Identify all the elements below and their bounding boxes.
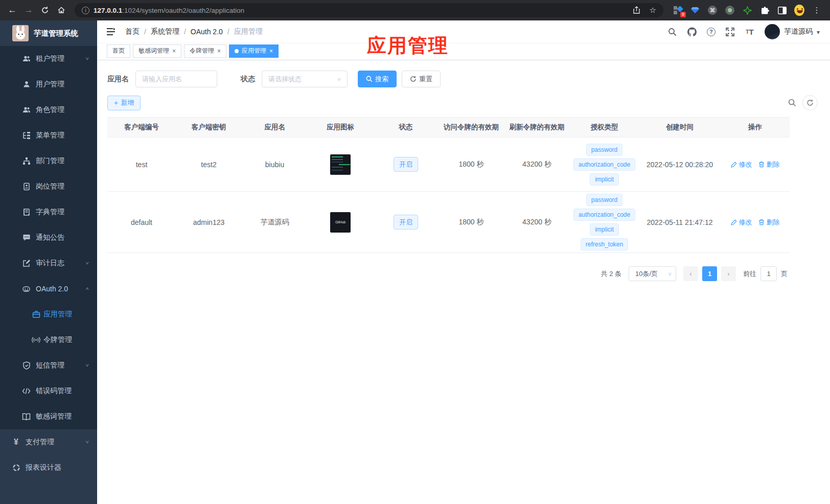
user-avatar (765, 24, 780, 39)
help-icon[interactable]: ? (707, 28, 716, 36)
extension-capture-icon[interactable]: 9 (673, 5, 683, 15)
browser-home-icon[interactable] (54, 3, 68, 17)
sidebar-item-menu-mgmt[interactable]: 菜单管理 (0, 123, 97, 148)
address-bar[interactable]: i 127.0.0.1:1024/system/oauth2/oauth2/ap… (75, 3, 663, 17)
users-icon (22, 55, 31, 63)
sidebar-item-sensitiveword[interactable]: 敏感词管理 (0, 404, 97, 429)
grant-tag: implicit (590, 223, 619, 236)
tab-application[interactable]: 应用管理× (229, 44, 279, 58)
next-page-button[interactable]: › (721, 266, 736, 281)
tab-home[interactable]: 首页 (107, 44, 130, 58)
fullscreen-icon[interactable] (726, 27, 735, 36)
sidebar-item-audit[interactable]: 审计日志 ˅ (0, 250, 97, 276)
goto-page-input[interactable] (760, 266, 777, 281)
sidebar-item-errorcode[interactable]: 错误码管理 (0, 378, 97, 404)
extension-recorder-icon[interactable] (725, 5, 735, 15)
table-header-row: 客户端编号 客户端密钥 应用名 应用图标 状态 访问令牌的有效期 刷新令牌的有效… (107, 117, 790, 138)
sidebar-item-report-designer[interactable]: 报表设计器 (0, 455, 97, 480)
url-text: 127.0.0.1:1024/system/oauth2/oauth2/appl… (94, 7, 244, 14)
header-search-icon[interactable] (668, 27, 677, 36)
chevron-down-icon: ˅ (86, 56, 89, 61)
app-icon-image: GitHub (330, 212, 351, 233)
goto-label: 前往 (743, 269, 756, 279)
grant-types: password authorization_code implicit ref… (570, 193, 639, 252)
grant-tag: password (586, 144, 622, 156)
app-name: biubiu (242, 161, 308, 169)
app-name-input[interactable] (135, 71, 217, 87)
sidebar-item-tenant[interactable]: 租户管理 ˅ (0, 46, 97, 72)
delete-link[interactable]: 删除 (758, 218, 780, 227)
extension-star-icon[interactable] (742, 5, 752, 15)
browser-forward-icon[interactable]: → (21, 3, 36, 17)
sidebar-item-oauth-application[interactable]: 应用管理 (0, 302, 97, 327)
browser-reload-icon[interactable] (38, 3, 52, 17)
page-number-button[interactable]: 1 (702, 266, 717, 281)
sidebar-item-oauth[interactable]: OAuth 2.0 ˄ (0, 276, 97, 302)
side-panel-icon[interactable] (777, 5, 787, 15)
status-tag[interactable]: 开启 (394, 215, 418, 230)
breadcrumb-system[interactable]: 系统管理 (151, 27, 179, 36)
yen-icon: ¥ (12, 438, 20, 447)
toggle-search-icon[interactable] (788, 99, 796, 107)
search-button[interactable]: 搜索 (358, 71, 397, 87)
tab-token[interactable]: 令牌管理× (184, 44, 226, 58)
trash-icon (758, 219, 765, 225)
browser-back-icon[interactable]: ← (5, 3, 19, 17)
client-secret: test2 (176, 161, 242, 169)
extension-command-icon[interactable]: ⌘ (707, 5, 718, 15)
breadcrumb-home[interactable]: 首页 (125, 27, 140, 36)
app-title: 芋道管理系统 (34, 29, 78, 38)
tag-tabs-bar: 首页 敏感词管理× 令牌管理× 应用管理× (97, 43, 830, 60)
close-icon[interactable]: × (269, 48, 273, 55)
refresh-table-button[interactable] (802, 95, 818, 110)
profile-avatar-icon[interactable] (794, 5, 804, 15)
sidebar-item-dept[interactable]: 部门管理 (0, 148, 97, 174)
dictionary-book-icon (22, 208, 31, 217)
chevron-down-icon: ˅ (86, 261, 89, 266)
sidebar-item-sms[interactable]: 短信管理 ˅ (0, 353, 97, 378)
prev-page-button[interactable]: ‹ (683, 266, 698, 281)
github-icon[interactable] (687, 27, 697, 36)
tab-sensitiveword[interactable]: 敏感词管理× (133, 44, 181, 58)
close-icon[interactable]: × (172, 48, 176, 55)
sidebar-item-role[interactable]: 角色管理 (0, 97, 97, 123)
share-icon[interactable] (633, 6, 640, 14)
reset-button[interactable]: 重置 (402, 71, 441, 87)
page-size-select[interactable]: 10条/页 ˅ (629, 266, 676, 281)
grant-tag: authorization_code (573, 158, 635, 171)
sidebar-item-dict[interactable]: 字典管理 (0, 199, 97, 225)
client-id: default (107, 218, 176, 226)
open-book-icon (22, 413, 31, 421)
access-token-ttl: 1800 秒 (439, 218, 504, 227)
status-tag[interactable]: 开启 (394, 157, 418, 172)
add-button[interactable]: + 新增 (107, 96, 141, 110)
status-label: 状态 (241, 75, 255, 84)
applications-table: 客户端编号 客户端密钥 应用名 应用图标 状态 访问令牌的有效期 刷新令牌的有效… (107, 117, 790, 253)
font-size-icon[interactable]: TT (745, 27, 754, 36)
sidebar-item-post[interactable]: 岗位管理 (0, 174, 97, 199)
message-bubble-icon (22, 234, 31, 242)
chrome-menu-icon[interactable]: ⋮ (812, 5, 822, 15)
bookmark-star-icon[interactable]: ☆ (650, 6, 656, 15)
breadcrumb-oauth[interactable]: OAuth 2.0 (191, 28, 223, 36)
delete-link[interactable]: 删除 (758, 160, 780, 169)
collapse-sidebar-icon[interactable] (106, 27, 116, 37)
sidebar-item-user[interactable]: 用户管理 (0, 72, 97, 97)
status-select[interactable]: 请选择状态 ˅ (262, 71, 348, 87)
sidebar-item-pay[interactable]: ¥ 支付管理 ˅ (0, 429, 97, 455)
edit-link[interactable]: 修改 (731, 218, 752, 227)
extensions-puzzle-icon[interactable] (759, 5, 770, 15)
tree-list-icon (22, 131, 31, 140)
chevron-down-icon: ˅ (668, 271, 672, 277)
extension-gem-icon[interactable] (690, 5, 700, 15)
edit-link[interactable]: 修改 (731, 160, 752, 169)
briefcase-icon (32, 310, 40, 319)
main-area: 应用管理 首页 / 系统管理 / OAuth 2.0 / 应用管理 (97, 20, 830, 504)
sidebar-item-notice[interactable]: 通知公告 (0, 225, 97, 250)
close-icon[interactable]: × (217, 48, 221, 55)
sidebar-item-oauth-token[interactable]: 令牌管理 (0, 327, 97, 353)
app-logo-row[interactable]: 芋道管理系统 (0, 20, 97, 46)
user-menu[interactable]: 芋道源码 (765, 24, 820, 39)
grant-tag: implicit (590, 173, 619, 186)
site-info-icon[interactable]: i (82, 7, 89, 14)
